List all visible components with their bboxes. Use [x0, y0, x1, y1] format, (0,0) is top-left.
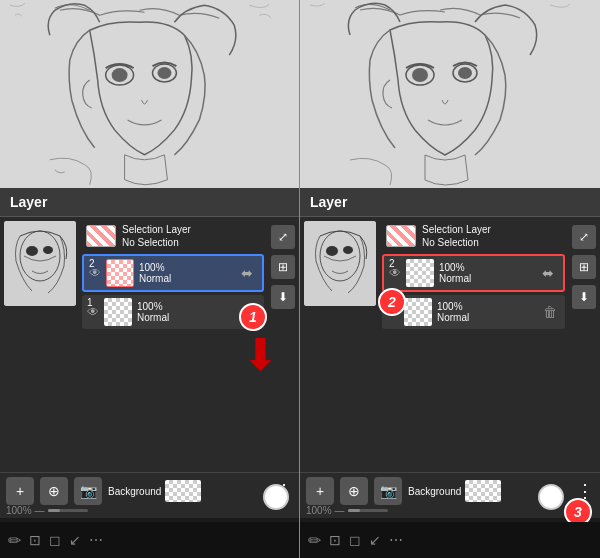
- selection-layer-row-left: Selection Layer No Selection: [82, 221, 264, 251]
- pencil-icon-right[interactable]: ✏: [308, 531, 321, 550]
- tool3-right[interactable]: ◻: [349, 532, 361, 548]
- layer-row-2-left[interactable]: 2 👁 100% Normal ⬌: [82, 254, 264, 292]
- layer-header-right: Layer: [300, 188, 600, 217]
- layer-header-left: Layer: [0, 188, 299, 217]
- tool-bar-bottom-right: ✏ ⊡ ◻ ↙ ⋯: [300, 522, 600, 558]
- layer-row-2-right[interactable]: 2 👁 100% Normal ⬌: [382, 254, 565, 292]
- layer-thumb-2-right: [406, 259, 434, 287]
- layer-thumb-1-right: [404, 298, 432, 326]
- main-thumb-left: [4, 221, 79, 468]
- layer-info-2-right: 100% Normal: [439, 262, 533, 284]
- layer-title-left: Layer: [10, 194, 47, 210]
- download-icon-right[interactable]: ⬇: [572, 285, 596, 309]
- right-panel: Layer: [300, 0, 600, 558]
- svg-point-7: [26, 246, 38, 256]
- brush-circle-right[interactable]: [538, 484, 564, 510]
- transform-icon-left[interactable]: ⊞: [271, 255, 295, 279]
- pencil-icon-left[interactable]: ✏: [8, 531, 21, 550]
- svg-rect-14: [304, 221, 376, 306]
- move-icon-left[interactable]: ⤢: [271, 225, 295, 249]
- svg-point-17: [343, 246, 353, 254]
- add-layer-btn-left[interactable]: +: [6, 477, 34, 505]
- tool3-left[interactable]: ◻: [49, 532, 61, 548]
- tool2-left[interactable]: ⊡: [29, 532, 41, 548]
- camera-btn-right[interactable]: 📷: [374, 477, 402, 505]
- brush-circle-left[interactable]: [263, 484, 289, 510]
- svg-rect-5: [4, 221, 76, 306]
- svg-point-8: [43, 246, 53, 254]
- tool5-right[interactable]: ⋯: [389, 532, 403, 548]
- tool4-right[interactable]: ↙: [369, 532, 381, 548]
- layer-panel-left: Layer: [0, 188, 299, 558]
- tool2-right[interactable]: ⊡: [329, 532, 341, 548]
- layer-thumb-1-left: [104, 298, 132, 326]
- layer-info-1-right: 100% Normal: [437, 301, 535, 323]
- download-icon-left[interactable]: ⬇: [271, 285, 295, 309]
- left-panel: Layer: [0, 0, 300, 558]
- delete-icon-right[interactable]: 🗑: [540, 302, 560, 322]
- zoom-info-right: 100% —: [306, 505, 388, 516]
- add-btn2-right[interactable]: ⊕: [340, 477, 368, 505]
- zoom-info-left: 100% —: [6, 505, 88, 516]
- bg-thumb-left: [165, 480, 201, 502]
- arrow-indicator: ⬇: [242, 333, 279, 377]
- tool5-left[interactable]: ⋯: [89, 532, 103, 548]
- layer-row-1-right[interactable]: 1 👁 100% Normal 🗑: [382, 295, 565, 329]
- arrow-icon-left[interactable]: ⬌: [237, 263, 257, 283]
- layer-panel-right: Layer: [300, 188, 600, 558]
- selection-thumb-right: [386, 225, 416, 247]
- camera-btn-left[interactable]: 📷: [74, 477, 102, 505]
- svg-point-11: [412, 68, 428, 82]
- bg-label-right: Background: [408, 486, 461, 497]
- layer-thumb-2-left: [106, 259, 134, 287]
- layer-title-right: Layer: [310, 194, 347, 210]
- num-circle-2: 2: [378, 288, 406, 316]
- arrow-icon-right[interactable]: ⬌: [538, 263, 558, 283]
- svg-point-16: [326, 246, 338, 256]
- bg-thumb-right: [465, 480, 501, 502]
- add-layer-btn-right[interactable]: +: [306, 477, 334, 505]
- num-circle-1: 1: [239, 303, 267, 331]
- move-icon-right[interactable]: ⤢: [572, 225, 596, 249]
- selection-layer-row-right: Selection Layer No Selection: [382, 221, 565, 251]
- layer-info-2-left: 100% Normal: [139, 262, 232, 284]
- add-btn2-left[interactable]: ⊕: [40, 477, 68, 505]
- bg-label-left: Background: [108, 486, 161, 497]
- svg-point-2: [112, 68, 128, 82]
- layer-row-1-left[interactable]: 1 👁 100% Normal 🗑: [82, 295, 264, 329]
- sketch-area-left: [0, 0, 299, 188]
- sketch-area-right: [300, 0, 600, 188]
- selection-layer-text-left: Selection Layer No Selection: [122, 223, 191, 249]
- main-thumb-right: [304, 221, 379, 468]
- transform-icon-right[interactable]: ⊞: [572, 255, 596, 279]
- svg-point-4: [157, 67, 171, 79]
- right-icons-right: ⤢ ⊞ ⬇: [568, 221, 596, 468]
- tool4-left[interactable]: ↙: [69, 532, 81, 548]
- tool-bar-bottom-left: ✏ ⊡ ◻ ↙ ⋯: [0, 522, 299, 558]
- selection-thumb-left: [86, 225, 116, 247]
- selection-layer-text-right: Selection Layer No Selection: [422, 223, 491, 249]
- layer-info-1-left: 100% Normal: [137, 301, 234, 323]
- svg-point-13: [458, 67, 472, 79]
